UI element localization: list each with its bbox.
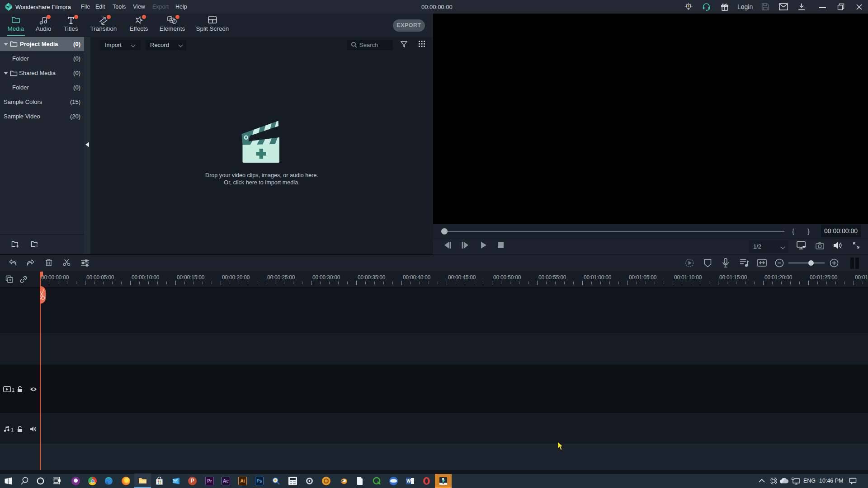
- svg-text:1: 1: [11, 427, 14, 432]
- svg-text:1: 1: [12, 387, 14, 393]
